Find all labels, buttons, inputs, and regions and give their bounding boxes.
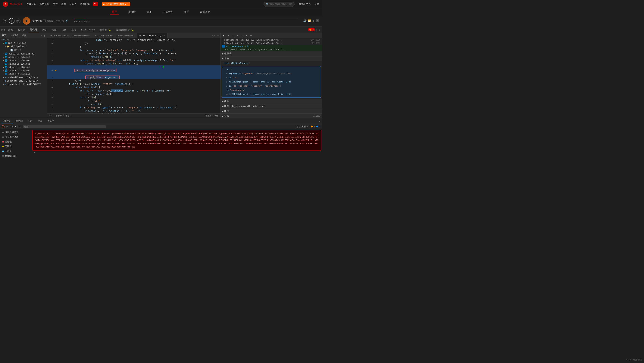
lpt-replace[interactable]: 替换 (21, 34, 28, 37)
next-button[interactable]: ⏭ (16, 19, 20, 23)
progress-bar[interactable] (74, 19, 297, 19)
subnav-new-album[interactable]: 新碟上架 (198, 9, 212, 15)
file-tab-add[interactable]: ⋯ (216, 34, 220, 37)
file-tab-pt[interactable]: pt_frame_index_...d99da2e97697f1 (92, 33, 137, 38)
console-item-nomessage[interactable]: 没有任何消息 (1, 130, 31, 135)
console-item-nowarning[interactable]: 无警告 (1, 144, 31, 149)
console-context-selector[interactable]: top ▼ (9, 125, 18, 128)
console-item-noverbose[interactable]: 无详细消息 (1, 153, 31, 158)
scope-header-global[interactable]: ▶ 全局 Window (221, 114, 322, 118)
tree-item-s4music[interactable]: ▶ 🌐 s4.music.126.net (0, 65, 47, 69)
console-filter-toggle[interactable]: ⊙ (6, 125, 8, 128)
console-clear-icon[interactable]: 🚫 (2, 125, 5, 128)
script-item-2[interactable]: (function(){var c2x=NEJ.P,h2x=c2x("nej.v… (221, 41, 322, 45)
tab-lighthouse[interactable]: Lighthouse (79, 28, 97, 32)
list-icon[interactable]: ≡ (312, 19, 314, 22)
tree-item-s6music[interactable]: ▶ 🌐 s6.music.126.net (0, 69, 47, 72)
lpt-webpage[interactable]: 网页 (1, 34, 8, 37)
nav-my-music[interactable]: 我的音乐 (40, 2, 50, 6)
tree-item-music163[interactable]: ▼ 🌐 music.163.com (0, 41, 47, 45)
tree-item-s3music[interactable]: ▶ 🌐 s3.music.126.net (0, 62, 47, 65)
subnav-radio[interactable]: 主播电台 (161, 9, 175, 15)
tab-console[interactable]: 控制台 (16, 27, 27, 32)
tab-perf-data[interactable]: 性能数据分析 🐛 (114, 27, 136, 32)
console-item-noinfo[interactable]: 无信息 (1, 149, 31, 153)
tab-elements[interactable]: 元素 (6, 27, 15, 32)
long-resume-btn[interactable]: ⋯ (249, 34, 253, 37)
console-tab-issues[interactable]: 问题 (26, 119, 34, 123)
code-area[interactable]: – data: t.__corona_xm t = XMLHttpRequest… (47, 38, 220, 113)
active-script-item[interactable]: music-corona.min.js (221, 45, 322, 48)
tab-sources[interactable]: 源代码 (28, 27, 39, 32)
console-item-noerror[interactable]: 无错误 (1, 139, 31, 144)
step-out-btn[interactable]: ↑ (236, 34, 239, 37)
tree-item-stmusic[interactable]: ▶ 🌐 st.music.163.com (0, 72, 47, 76)
scope-arrow-arguments[interactable]: ▶ (226, 72, 228, 75)
tab-arrow-right[interactable]: › (214, 34, 216, 37)
subnav-chart[interactable]: 排行榜 (126, 9, 138, 15)
script-item-1[interactable]: (function(){var c2x=NEJ.P,h2x=c2x("nej.v… (221, 38, 322, 41)
subnav-recommend[interactable]: 推荐 (110, 9, 119, 15)
scope-header-zuoyongyu[interactable]: ▶ 作用域 (221, 51, 322, 56)
subnav-playlist[interactable]: 歌单 (145, 9, 154, 15)
console-prompt[interactable]: > (32, 151, 321, 155)
loop-icon[interactable]: 🔁 (308, 19, 311, 22)
step-over-btn[interactable]: ↷ (227, 34, 230, 37)
tab-arrow-left[interactable]: ‹ (212, 34, 213, 37)
console-close[interactable]: ✕ (319, 120, 320, 122)
tab-memory[interactable]: 内存 (60, 27, 68, 32)
scope-arrow-o[interactable]: ▶ (226, 84, 228, 88)
volume-icon[interactable]: 🔊 (303, 19, 306, 22)
active-script-checkbox[interactable] (222, 45, 225, 47)
tree-item-contentframe1[interactable]: ▶ ⊡ contentFrame (playlist) (0, 76, 47, 79)
console-tab-search[interactable]: 搜索 (35, 119, 44, 123)
step-into-btn[interactable]: ↓ (231, 34, 234, 37)
scope-header-local[interactable]: ▼ 本地 (221, 56, 322, 61)
more-icon[interactable]: ⋮ (318, 28, 320, 31)
settings-icon[interactable]: ⚙ (316, 28, 317, 31)
left-panel-menu[interactable]: ⋮ (44, 34, 46, 37)
tree-item-top[interactable]: ▼ ⊡ top (0, 38, 47, 41)
file-tab-corona-close[interactable]: ✕ (164, 34, 165, 37)
nav-follow[interactable]: 关注 (53, 2, 58, 6)
console-eye-icon[interactable]: 👁 (19, 125, 21, 128)
scope-header-closure2[interactable]: ▶ 闭包 (K._instrumentBreadcrumbs) (221, 104, 322, 109)
file-tab-core[interactable]: core_dae028de26...79809953b93bd1 (48, 33, 92, 38)
music-logo[interactable]: ♪ 网易云音乐 (3, 1, 23, 7)
file-tab-corona[interactable]: music-corona.min.js ✕ (137, 33, 168, 38)
play-pause-button[interactable]: ▶ (9, 18, 14, 24)
subnav-singer[interactable]: 歌手 (182, 9, 191, 15)
step-btn[interactable]: → (240, 34, 244, 37)
nav-musician[interactable]: 音乐人 (69, 2, 77, 6)
nav-discover[interactable]: 发现音乐 (26, 2, 36, 6)
scope-arrow-t[interactable]: ▶ (226, 93, 228, 96)
debug-play-btn[interactable]: ▶ (125, 3, 126, 5)
console-tab-console[interactable]: 控制台 (2, 118, 13, 123)
tree-item-p3music[interactable]: ▶ 🌐 p3.music.126.net (0, 55, 47, 59)
console-tab-coverage[interactable]: 覆盖率 (45, 119, 56, 123)
left-panel-more[interactable]: » (40, 34, 42, 37)
tab-application[interactable]: 应用 (69, 27, 78, 32)
tree-item-contentframe2[interactable]: ▶ ⊡ contentFrame (playlist) (0, 79, 47, 82)
creator-center-btn[interactable]: 创作者中心 (298, 2, 310, 6)
tree-item-lyric-folder[interactable]: ▼ 📁 st/pip/lyric (0, 45, 47, 48)
scope-header-closure3[interactable]: ▶ 闭包 (221, 109, 322, 113)
deactivate-btn[interactable]: ⊘ (245, 34, 248, 37)
search-box[interactable]: 🔍 音乐/视频/电台/用户 (264, 2, 294, 7)
scope-arrow-n[interactable]: ▶ (226, 80, 228, 84)
script-checkbox-2[interactable] (222, 42, 225, 44)
scope-header-closure1[interactable]: ▶ 闭包 (221, 99, 322, 104)
tree-item-pipworker[interactable]: ▶ ⚙ pipWorker?ratio=543/480*2 (0, 82, 47, 86)
tab-recorder[interactable]: 记录器 🐛 (98, 27, 113, 32)
resume-btn[interactable]: ▶ (222, 34, 226, 37)
console-item-nouser[interactable]: 没有用户消息 (1, 135, 31, 139)
tree-item-s2music[interactable]: ▶ 🌐 s2.music.126.net (0, 59, 47, 62)
lpt-filesystem[interactable]: 文件系统 (9, 34, 20, 37)
console-filter-input[interactable] (23, 125, 106, 128)
tab-performance[interactable]: 性能 (50, 27, 59, 32)
tab-network[interactable]: 网络 (40, 27, 49, 32)
nav-shop[interactable]: 商城 (61, 2, 66, 6)
console-tab-new[interactable]: 新功能 (14, 119, 25, 123)
script-checkbox-1[interactable] (222, 39, 225, 41)
tree-item-index[interactable]: 📄 (索引) (0, 48, 47, 52)
